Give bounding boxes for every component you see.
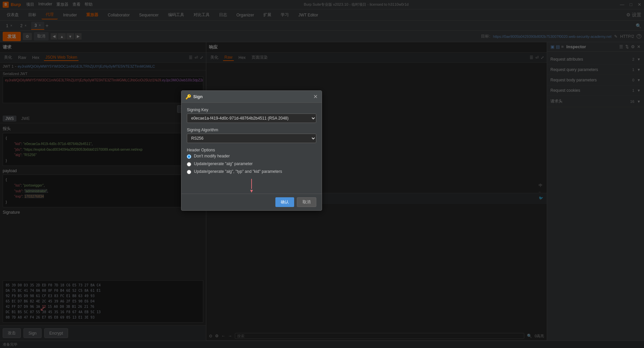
modal-title: Sign bbox=[193, 94, 313, 99]
modal-body: Signing Key e0ecae1a-f419-4d0c-971d-4876… bbox=[181, 103, 322, 194]
signing-algo-group: Signing Algorithm RS256 bbox=[187, 128, 316, 143]
modal-icon: 🔑 bbox=[185, 94, 191, 99]
radio-option-1[interactable]: Don't modify header bbox=[187, 154, 316, 159]
radio-group: Don't modify header Update/generate "alg… bbox=[187, 154, 316, 174]
modal-overlay[interactable]: 🔑 Sign ✕ Signing Key e0ecae1a-f419-4d0c-… bbox=[0, 0, 644, 348]
radio-option-3[interactable]: Update/generate "alg", "typ" and "kid" p… bbox=[187, 169, 316, 174]
radio-label-text-1: Don't modify header bbox=[194, 154, 230, 158]
radio-option-2[interactable]: Update/generate "alg" parameter bbox=[187, 161, 316, 166]
signing-key-group: Signing Key e0ecae1a-f419-4d0c-971d-4876… bbox=[187, 108, 316, 123]
signing-algo-select[interactable]: RS256 bbox=[187, 134, 316, 143]
radio-input-1[interactable] bbox=[187, 154, 191, 159]
modal-close-button[interactable]: ✕ bbox=[313, 93, 318, 100]
modal-header: 🔑 Sign ✕ bbox=[181, 91, 322, 103]
cursor-line: ▼ bbox=[251, 179, 252, 189]
radio-input-3[interactable] bbox=[187, 170, 191, 174]
cursor-arrow-down: ▼ bbox=[249, 188, 254, 194]
header-options-label: Header Options bbox=[187, 148, 316, 152]
signing-algo-label: Signing Algorithm bbox=[187, 128, 316, 132]
confirm-button[interactable]: 确认 bbox=[275, 197, 294, 207]
radio-label-text-3: Update/generate "alg", "typ" and "kid" p… bbox=[194, 169, 282, 174]
signing-key-label: Signing Key bbox=[187, 108, 316, 112]
sign-modal: 🔑 Sign ✕ Signing Key e0ecae1a-f419-4d0c-… bbox=[181, 90, 322, 211]
radio-label-text-2: Update/generate "alg" parameter bbox=[194, 161, 253, 166]
modal-footer: 确认 取消 bbox=[181, 194, 322, 210]
header-options-group: Header Options Don't modify header Updat… bbox=[187, 148, 316, 174]
modal-cancel-button[interactable]: 取消 bbox=[297, 197, 316, 207]
radio-input-2[interactable] bbox=[187, 162, 191, 166]
signing-key-select[interactable]: e0ecae1a-f419-4d0c-971d-48764b2b4511 (RS… bbox=[187, 114, 316, 123]
cursor-indicator: ▼ bbox=[187, 179, 316, 189]
